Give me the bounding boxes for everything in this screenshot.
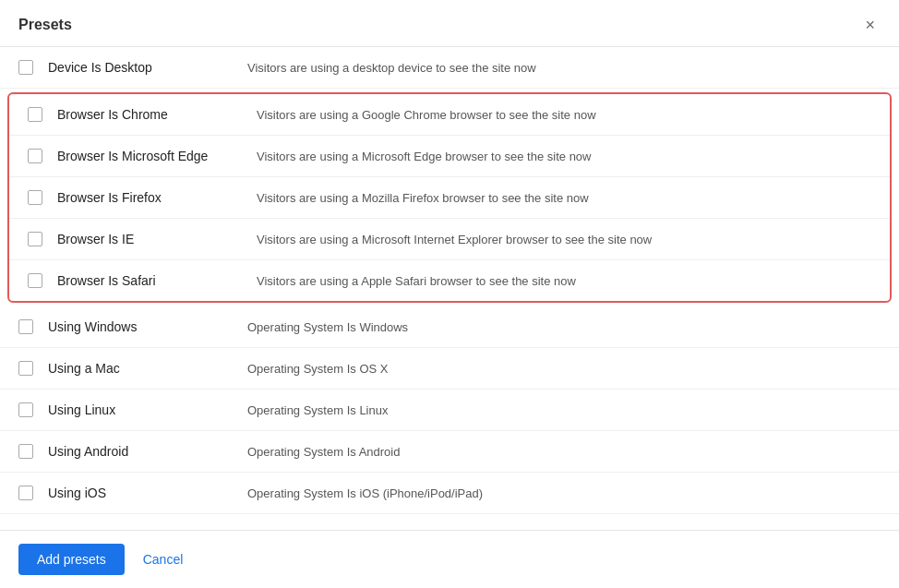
checkbox-browser-chrome[interactable] (28, 107, 42, 122)
checkbox-browser-edge[interactable] (28, 149, 42, 163)
item-name: Browser Is IE (57, 232, 242, 246)
item-name: Using Linux (48, 402, 233, 417)
item-name: Using Android (48, 444, 233, 459)
item-description: Visitors are using a Mozilla Firefox bro… (257, 191, 589, 205)
close-button[interactable]: × (859, 15, 881, 35)
item-name: Browser Is Chrome (57, 107, 242, 122)
list-item: Browser Is Microsoft Edge Visitors are u… (9, 136, 890, 177)
item-description: Visitors are using a Microsoft Internet … (257, 233, 652, 246)
item-description: Operating System Is Android (247, 445, 400, 459)
presets-modal: Presets × Device Is Desktop Visitors are… (0, 0, 899, 588)
item-description: Operating System Is OS X (247, 362, 388, 376)
item-description: Operating System Is Windows (247, 320, 408, 334)
checkbox-browser-safari[interactable] (28, 273, 42, 288)
checkbox-device-desktop[interactable] (18, 60, 33, 75)
item-description: Visitors are using a desktop device to s… (247, 61, 536, 75)
list-item: Browser Is Safari Visitors are using a A… (9, 260, 890, 301)
item-description: Operating System Is Linux (247, 403, 388, 417)
highlighted-group-container: Browser Is Chrome Visitors are using a G… (0, 92, 899, 303)
modal-footer: Add presets Cancel (0, 530, 899, 588)
item-name: Browser Is Safari (57, 273, 242, 288)
list-item: Using Android Operating System Is Androi… (0, 431, 899, 473)
modal-body[interactable]: Device Is Desktop Visitors are using a d… (0, 47, 899, 530)
item-description: Operating System Is iOS (iPhone/iPod/iPa… (247, 486, 483, 500)
checkbox-browser-ie[interactable] (28, 232, 42, 246)
list-item: Browser Is IE Visitors are using a Micro… (9, 219, 890, 260)
list-item: Using Linux Operating System Is Linux (0, 390, 899, 431)
item-name: Device Is Desktop (48, 60, 233, 75)
item-name: Using a Mac (48, 361, 233, 376)
item-name: Browser Is Microsoft Edge (57, 149, 242, 163)
list-item: Browser Is Chrome Visitors are using a G… (9, 94, 890, 136)
checkbox-using-linux[interactable] (18, 402, 33, 417)
modal-title: Presets (18, 17, 72, 33)
list-item: Using a Mac Operating System Is OS X (0, 348, 899, 390)
browser-group: Browser Is Chrome Visitors are using a G… (7, 92, 892, 303)
checkbox-browser-firefox[interactable] (28, 190, 42, 205)
checkbox-using-windows[interactable] (18, 319, 33, 334)
item-description: Visitors are using a Apple Safari browse… (257, 274, 576, 288)
list-item: Device Is Desktop Visitors are using a d… (0, 47, 899, 89)
preset-list: Device Is Desktop Visitors are using a d… (0, 47, 899, 514)
checkbox-using-mac[interactable] (18, 361, 33, 376)
cancel-button[interactable]: Cancel (136, 544, 191, 575)
checkbox-using-ios[interactable] (18, 486, 33, 500)
list-item: Using Windows Operating System Is Window… (0, 306, 899, 348)
list-item: Using iOS Operating System Is iOS (iPhon… (0, 473, 899, 514)
add-presets-button[interactable]: Add presets (18, 544, 125, 575)
list-item: Browser Is Firefox Visitors are using a … (9, 177, 890, 219)
modal-header: Presets × (0, 0, 899, 47)
item-description: Visitors are using a Google Chrome brows… (257, 108, 596, 122)
item-name: Browser Is Firefox (57, 190, 242, 205)
item-description: Visitors are using a Microsoft Edge brow… (257, 150, 592, 163)
checkbox-using-android[interactable] (18, 444, 33, 459)
item-name: Using iOS (48, 486, 233, 500)
item-name: Using Windows (48, 319, 233, 334)
